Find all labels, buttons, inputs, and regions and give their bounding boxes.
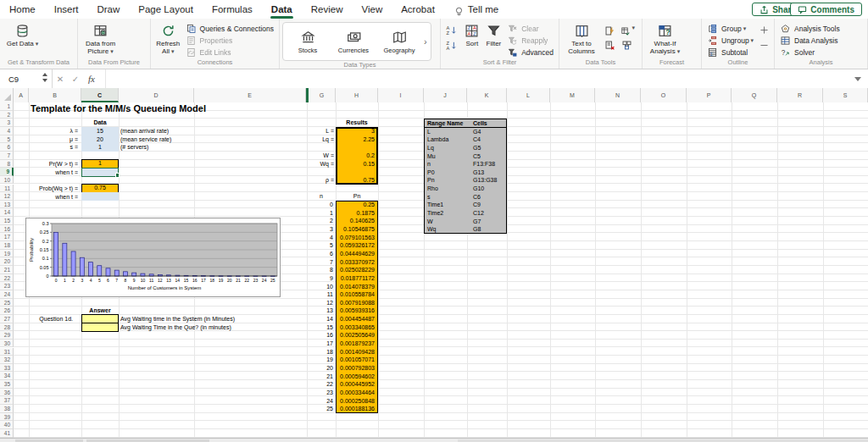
row-header-18[interactable]: 18: [0, 241, 14, 250]
column-header-Q[interactable]: Q: [732, 88, 777, 102]
geography-button[interactable]: Geography: [376, 30, 422, 54]
pn-table-p-cell[interactable]: 0.000250848: [337, 397, 375, 406]
range-name-cell[interactable]: n: [427, 160, 431, 169]
pn-table-n-cell[interactable]: 9: [309, 274, 333, 283]
pn-table-p-cell[interactable]: 0.004454487: [337, 315, 375, 323]
pn-table-p-cell[interactable]: 0.033370972: [337, 258, 375, 267]
pn-table-p-cell[interactable]: 0.000792803: [337, 364, 375, 373]
pn-table-p-cell[interactable]: 0.001409428: [337, 348, 375, 356]
name-box-stepper[interactable]: [42, 73, 47, 82]
row-header-32[interactable]: 32: [0, 356, 14, 364]
column-header-O[interactable]: O: [641, 88, 687, 102]
what-if-analysis-button[interactable]: ?What-If Analysis▾: [645, 20, 685, 55]
lambda-label-cell[interactable]: λ =: [29, 127, 80, 135]
row-header-34[interactable]: 34: [0, 372, 14, 380]
pn-table-p-cell[interactable]: 0.014078379: [337, 283, 375, 291]
column-header-B[interactable]: B: [29, 88, 81, 102]
rho-label-cell[interactable]: ρ =: [309, 176, 334, 185]
row-header-37[interactable]: 37: [0, 396, 14, 405]
Lq-value-cell[interactable]: 2.25: [337, 135, 375, 144]
range-cells-cell[interactable]: C6: [473, 193, 481, 202]
data-analysis-button[interactable]: Data Analysis: [777, 35, 843, 47]
pn-table-n-cell[interactable]: 23: [309, 389, 333, 397]
pn-table-n-cell[interactable]: 3: [309, 225, 333, 234]
Wq-label-cell[interactable]: Wq =: [309, 160, 334, 169]
row-header-20[interactable]: 20: [0, 257, 14, 266]
row-header-22[interactable]: 22: [0, 274, 14, 283]
enter-icon[interactable]: ✓: [68, 75, 83, 84]
answer-input-cell-2[interactable]: [81, 323, 119, 332]
data-validation-button[interactable]: ▾: [620, 25, 635, 36]
row-header-21[interactable]: 21: [0, 266, 14, 274]
pn-table-n-cell[interactable]: 18: [309, 348, 333, 356]
W-value-cell[interactable]: 0.2: [337, 152, 375, 160]
row-header-4[interactable]: 4: [0, 127, 14, 135]
row-header-10[interactable]: 10: [0, 176, 14, 185]
reapply-button[interactable]: Reapply: [504, 35, 556, 47]
data-header-cell[interactable]: Data: [81, 119, 119, 127]
pn-table-n-cell[interactable]: 12: [309, 299, 333, 307]
row-header-1[interactable]: 1: [0, 102, 14, 111]
insert-function-icon[interactable]: fx: [83, 74, 100, 84]
Lq-label-cell[interactable]: Lq =: [309, 135, 334, 144]
range-cells-cell[interactable]: C5: [473, 152, 481, 161]
column-header-K[interactable]: K: [467, 88, 507, 102]
pn-table-p-cell[interactable]: 0.001879237: [337, 340, 375, 348]
range-name-cell[interactable]: L: [427, 128, 431, 136]
ungroup-button[interactable]: Ungroup▾: [704, 35, 756, 47]
column-header-A[interactable]: A: [14, 88, 29, 102]
cancel-icon[interactable]: ✕: [53, 75, 68, 84]
edit-links-button[interactable]: Edit Links: [183, 47, 276, 58]
row-header-41[interactable]: 41: [0, 429, 14, 438]
pn-table-n-cell[interactable]: 21: [309, 373, 333, 381]
column-header-M[interactable]: M: [550, 88, 595, 102]
pn-table-n-cell[interactable]: 8: [309, 266, 333, 274]
column-header-H[interactable]: H: [336, 88, 378, 102]
sheet-title-cell[interactable]: Template for the M/M/s Queueing Model: [31, 103, 206, 113]
sort-asc-button[interactable]: AZ: [445, 24, 459, 36]
data-from-picture-button[interactable]: Data from Picture▾: [81, 20, 120, 55]
row-header-11[interactable]: 11: [0, 185, 14, 193]
row-header-27[interactable]: 27: [0, 315, 14, 323]
column-header-E[interactable]: E: [194, 88, 306, 102]
range-cells-cell[interactable]: G13: [473, 169, 484, 177]
servers-note-cell[interactable]: (# servers): [120, 143, 248, 152]
solver-button[interactable]: ?Solver: [777, 47, 843, 58]
remove-duplicates-button[interactable]: [604, 39, 618, 51]
range-cells-cell[interactable]: F13:F38: [473, 160, 495, 169]
range-cells-cell[interactable]: C9: [473, 201, 481, 209]
selected-cell-C9[interactable]: [81, 168, 119, 177]
range-name-cell[interactable]: P0: [427, 169, 435, 177]
pn-table-p-cell[interactable]: 0.1875: [337, 209, 375, 218]
row-header-7[interactable]: 7: [0, 152, 14, 160]
L-value-cell[interactable]: 3: [337, 127, 375, 135]
row-header-31[interactable]: 31: [0, 348, 14, 356]
pn-table-n-cell[interactable]: 20: [309, 364, 333, 373]
row-header-2[interactable]: 2: [0, 111, 14, 119]
menu-item-home[interactable]: Home: [0, 0, 45, 19]
pn-table-n-cell[interactable]: 11: [309, 290, 333, 299]
text-to-columns-button[interactable]: Text to Columns: [562, 20, 601, 55]
stocks-button[interactable]: Stocks: [285, 30, 331, 54]
range-cells-cell[interactable]: G4: [473, 128, 481, 136]
range-name-cell[interactable]: Pn: [427, 176, 435, 185]
fill-handle[interactable]: [115, 173, 120, 178]
group-button[interactable]: Group▾: [704, 23, 756, 35]
pn-table-n-cell[interactable]: 16: [309, 331, 333, 340]
pn-table-n-cell[interactable]: 7: [309, 258, 333, 267]
pn-bar-chart[interactable]: 00.050.10.150.20.250.3012345678910111213…: [25, 218, 281, 297]
when-t1-label-cell[interactable]: when t =: [25, 169, 80, 177]
row-header-8[interactable]: 8: [0, 160, 14, 169]
menu-item-acrobat[interactable]: Acrobat: [392, 0, 444, 19]
range-name-cell[interactable]: Rho: [427, 185, 438, 193]
range-cells-cell[interactable]: C4: [473, 135, 481, 144]
pn-table-p-cell[interactable]: 0.007919088: [337, 299, 375, 307]
select-all-corner[interactable]: [0, 88, 14, 102]
analysis-tools-button[interactable]: Analysis Tools: [777, 23, 843, 35]
row-header-25[interactable]: 25: [0, 299, 14, 307]
pn-table-p-cell[interactable]: 0.025028229: [337, 266, 375, 274]
pn-table-n-cell[interactable]: 13: [309, 307, 333, 315]
filter-button[interactable]: Filter: [483, 20, 505, 47]
consolidate-button[interactable]: [620, 39, 635, 51]
row-header-24[interactable]: 24: [0, 290, 14, 299]
